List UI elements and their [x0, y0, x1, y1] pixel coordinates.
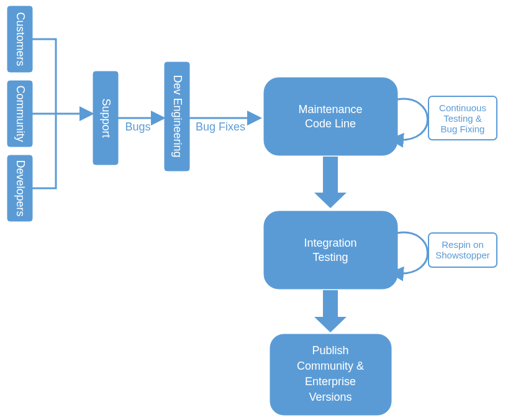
svg-text:Respin on: Respin on	[442, 239, 484, 250]
svg-text:Showstopper: Showstopper	[435, 250, 490, 260]
svg-text:Code Line: Code Line	[305, 117, 356, 130]
maintenance-box: Maintenance Code Line	[264, 78, 397, 155]
svg-text:Continuous: Continuous	[439, 103, 486, 113]
arrow-maint-to-integ	[314, 157, 347, 208]
loop-integration	[396, 232, 428, 273]
integration-box: Integration Testing	[264, 211, 397, 289]
svg-text:Support: Support	[100, 98, 112, 137]
source-community: Community	[7, 81, 32, 147]
source-developers: Developers	[7, 155, 32, 221]
label-bug-fixes: Bug Fixes	[196, 121, 245, 133]
dev-engineering-box: Dev Engineering	[165, 62, 189, 171]
svg-text:Versions: Versions	[309, 391, 352, 403]
loop-maintenance	[396, 99, 428, 140]
svg-text:Bug Fixing: Bug Fixing	[441, 124, 485, 134]
svg-text:Enterprise: Enterprise	[305, 375, 356, 388]
arrow-integ-to-publish	[314, 290, 347, 332]
svg-text:Developers: Developers	[14, 160, 27, 216]
annotation-integration: Respin on Showstopper	[429, 233, 497, 267]
svg-text:Maintenance: Maintenance	[298, 103, 362, 116]
support-box: Support	[93, 71, 118, 165]
svg-text:Dev Engineering: Dev Engineering	[171, 75, 184, 157]
svg-rect-17	[264, 211, 397, 289]
svg-rect-10	[264, 78, 397, 155]
svg-text:Publish: Publish	[312, 344, 348, 357]
source-customers: Customers	[7, 6, 32, 72]
svg-text:Testing &: Testing &	[443, 113, 482, 124]
svg-text:Integration: Integration	[304, 237, 356, 249]
publish-box: Publish Community & Enterprise Versions	[270, 334, 391, 415]
annotation-maintenance: Continuous Testing & Bug Fixing	[429, 96, 497, 140]
svg-text:Community: Community	[14, 85, 27, 142]
flow-diagram: Customers Community Developers Support B…	[0, 0, 508, 420]
svg-text:Testing: Testing	[312, 251, 348, 263]
label-bugs: Bugs	[125, 121, 150, 133]
svg-text:Customers: Customers	[14, 12, 27, 66]
svg-text:Community &: Community &	[297, 360, 364, 372]
